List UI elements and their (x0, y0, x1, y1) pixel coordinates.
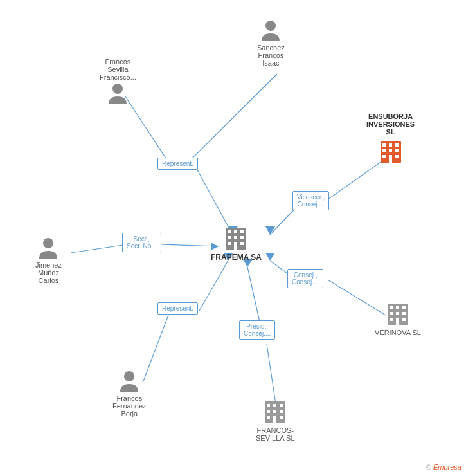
svg-line-14 (199, 261, 228, 311)
svg-rect-39 (402, 312, 406, 315)
francos-sevilla-label: Francos Sevilla Francisco... (100, 58, 136, 81)
svg-line-4 (328, 161, 382, 199)
svg-rect-52 (280, 416, 283, 419)
svg-rect-61 (234, 242, 237, 250)
relation-presid[interactable]: Presid., Consej.... (239, 320, 275, 340)
node-francos-fernandez: Francos Fernandez Borja (113, 370, 147, 417)
svg-line-8 (161, 244, 219, 246)
svg-rect-62 (240, 242, 244, 245)
svg-rect-46 (280, 404, 283, 407)
svg-point-22 (124, 371, 134, 381)
svg-rect-56 (240, 230, 244, 233)
svg-rect-44 (267, 404, 270, 407)
svg-rect-29 (395, 149, 399, 152)
svg-rect-59 (240, 236, 244, 239)
svg-rect-31 (389, 155, 392, 163)
sanchez-label: Sanchez Francos Isaac (257, 44, 285, 67)
verinova-label: VERINOVA SL (375, 329, 421, 336)
svg-line-17 (248, 267, 260, 325)
node-ensuborja: ENSUBORJA INVERSIONES SL (366, 113, 415, 164)
node-verinova: VERINOVA SL (375, 301, 421, 336)
svg-line-7 (71, 244, 127, 253)
node-jimenez: Jimenez Muñoz Carlos (35, 237, 62, 284)
svg-rect-32 (395, 155, 399, 158)
svg-point-20 (113, 84, 123, 94)
svg-rect-58 (234, 236, 237, 239)
svg-point-19 (266, 21, 276, 31)
frapema-label: FRAPEMA SA (211, 253, 262, 262)
svg-line-1 (194, 164, 233, 235)
svg-marker-12 (266, 253, 275, 261)
svg-rect-28 (389, 149, 392, 152)
watermark: © Empresa (426, 463, 462, 471)
svg-rect-47 (267, 410, 270, 413)
svg-rect-37 (390, 312, 393, 315)
svg-rect-48 (273, 410, 276, 413)
relation-represent1[interactable]: Represent. (158, 158, 198, 170)
svg-rect-45 (273, 404, 276, 407)
svg-line-3 (125, 96, 168, 162)
relation-secr[interactable]: Secr., Secr. No... (122, 233, 161, 252)
svg-rect-40 (390, 318, 393, 321)
svg-rect-51 (273, 416, 276, 423)
node-sanchez: Sanchez Francos Isaac (257, 19, 285, 67)
svg-rect-38 (396, 312, 399, 315)
node-frapema: FRAPEMA SA (211, 225, 262, 262)
svg-line-0 (186, 74, 277, 164)
relation-vicesecr[interactable]: Vicesecr., Consej.... (292, 191, 329, 210)
svg-rect-35 (396, 306, 399, 309)
francos-fernandez-label: Francos Fernandez Borja (113, 394, 147, 417)
svg-rect-24 (382, 143, 386, 147)
svg-rect-27 (382, 149, 386, 152)
watermark-brand: Empresa (433, 463, 462, 471)
svg-rect-30 (382, 155, 386, 158)
svg-rect-25 (389, 143, 392, 147)
relation-consej[interactable]: Consej., Consej.... (287, 269, 323, 288)
svg-rect-60 (228, 242, 231, 245)
francos-sevilla-sl-label: FRANCOS- SEVILLA SL (256, 426, 295, 442)
node-francos-sevilla-person: Francos Sevilla Francisco... (100, 58, 136, 105)
svg-rect-34 (390, 306, 393, 309)
jimenez-label: Jimenez Muñoz Carlos (35, 261, 62, 284)
svg-rect-55 (234, 230, 237, 233)
svg-rect-57 (228, 236, 231, 239)
node-francos-sevilla-sl: FRANCOS- SEVILLA SL (256, 399, 295, 442)
svg-rect-50 (267, 416, 270, 419)
svg-rect-54 (228, 230, 231, 233)
svg-rect-42 (402, 318, 406, 321)
svg-rect-36 (402, 306, 406, 309)
svg-line-13 (143, 315, 168, 383)
svg-point-21 (43, 238, 53, 248)
svg-rect-49 (280, 410, 283, 413)
svg-rect-41 (396, 318, 399, 325)
svg-rect-26 (395, 143, 399, 147)
ensuborja-label: ENSUBORJA INVERSIONES SL (366, 113, 415, 136)
relation-represent2[interactable]: Represent. (158, 302, 198, 315)
